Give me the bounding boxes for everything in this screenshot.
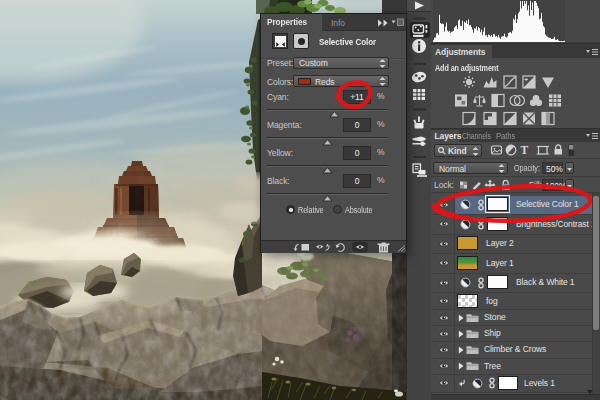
svg-text:T: T [521, 144, 529, 156]
